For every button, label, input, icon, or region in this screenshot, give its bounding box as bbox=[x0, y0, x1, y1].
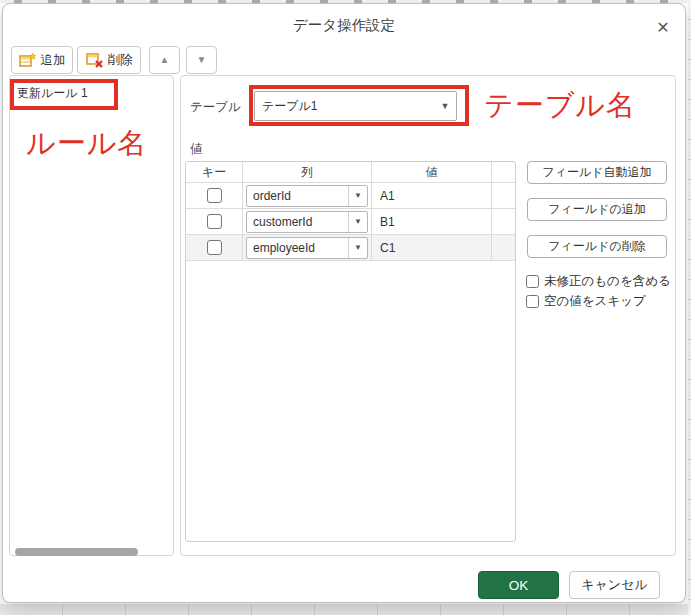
up-arrow-icon: ▲ bbox=[160, 55, 170, 65]
value-cell[interactable]: B1 bbox=[372, 209, 492, 235]
table-label: テーブル bbox=[190, 99, 241, 116]
add-rule-label: 追加 bbox=[41, 52, 66, 69]
excel-background: データ操作設定 ✕ 追加 削除 ▲ ▼ bbox=[0, 0, 691, 615]
move-down-button[interactable]: ▼ bbox=[186, 46, 217, 74]
table-row: employeeId ▼ C1 bbox=[186, 235, 515, 261]
auto-add-field-button[interactable]: フィールド自動追加 bbox=[527, 161, 667, 184]
data-operation-settings-dialog: データ操作設定 ✕ 追加 削除 ▲ ▼ bbox=[2, 3, 686, 603]
add-table-icon bbox=[19, 53, 36, 68]
cancel-button[interactable]: キャンセル bbox=[569, 571, 660, 599]
header-value: 値 bbox=[372, 162, 492, 183]
chevron-down-icon: ▼ bbox=[434, 101, 456, 111]
key-checkbox[interactable] bbox=[207, 214, 222, 229]
delete-rule-button[interactable]: 削除 bbox=[77, 46, 141, 74]
ok-button[interactable]: OK bbox=[478, 571, 559, 599]
delete-table-icon bbox=[86, 53, 103, 68]
move-up-button[interactable]: ▲ bbox=[149, 46, 180, 74]
value-section-label: 値 bbox=[190, 141, 203, 158]
table-name-annotation-text: テーブル名 bbox=[484, 86, 636, 126]
row-filler bbox=[492, 209, 515, 235]
remove-field-button[interactable]: フィールドの削除 bbox=[527, 235, 667, 258]
delete-rule-label: 削除 bbox=[108, 52, 133, 69]
table-select-value: テーブル1 bbox=[255, 98, 434, 115]
value-cell[interactable]: A1 bbox=[372, 183, 492, 209]
row-filler bbox=[492, 183, 515, 209]
chevron-down-icon: ▼ bbox=[348, 238, 367, 258]
rule-list-panel: 更新ルール 1 ルール名 bbox=[9, 75, 174, 556]
close-icon[interactable]: ✕ bbox=[651, 16, 675, 40]
chevron-down-icon: ▼ bbox=[348, 212, 367, 232]
key-checkbox[interactable] bbox=[207, 188, 222, 203]
rule-detail-panel: テーブル テーブル1 ▼ テーブル名 値 キー 列 値 bbox=[180, 75, 676, 556]
header-filler bbox=[492, 162, 515, 183]
column-dropdown-value: customerId bbox=[247, 215, 348, 229]
column-dropdown-value: employeeId bbox=[247, 241, 348, 255]
include-unmodified-label: 未修正のものを含める bbox=[544, 273, 671, 290]
row-filler bbox=[492, 235, 515, 261]
table-select-dropdown[interactable]: テーブル1 ▼ bbox=[254, 91, 457, 121]
skip-empty-option[interactable]: 空の値をスキップ bbox=[526, 293, 646, 310]
header-key: キー bbox=[186, 162, 243, 183]
table-row: customerId ▼ B1 bbox=[186, 209, 515, 235]
header-column: 列 bbox=[243, 162, 372, 183]
background-spreadsheet-strip bbox=[0, 604, 691, 615]
dialog-title: データ操作設定 bbox=[3, 16, 685, 35]
rule-list-item[interactable]: 更新ルール 1 bbox=[17, 85, 88, 102]
include-unmodified-option[interactable]: 未修正のものを含める bbox=[526, 273, 671, 290]
horizontal-scrollbar[interactable] bbox=[15, 548, 138, 556]
column-dropdown-value: orderId bbox=[247, 189, 348, 203]
chevron-down-icon: ▼ bbox=[348, 186, 367, 206]
column-dropdown[interactable]: orderId ▼ bbox=[246, 185, 368, 207]
rule-name-annotation-text: ルール名 bbox=[26, 124, 147, 164]
skip-empty-label: 空の値をスキップ bbox=[544, 293, 646, 310]
column-dropdown[interactable]: customerId ▼ bbox=[246, 211, 368, 233]
table-row: orderId ▼ A1 bbox=[186, 183, 515, 209]
add-rule-button[interactable]: 追加 bbox=[11, 46, 73, 74]
include-unmodified-checkbox[interactable] bbox=[526, 275, 539, 288]
key-checkbox[interactable] bbox=[207, 240, 222, 255]
value-grid: キー 列 値 orderId ▼ A1 bbox=[185, 161, 516, 542]
down-arrow-icon: ▼ bbox=[197, 55, 207, 65]
grid-header-row: キー 列 値 bbox=[186, 162, 515, 183]
value-cell[interactable]: C1 bbox=[372, 235, 492, 261]
column-dropdown[interactable]: employeeId ▼ bbox=[246, 237, 368, 259]
add-field-button[interactable]: フィールドの追加 bbox=[527, 198, 667, 221]
skip-empty-checkbox[interactable] bbox=[526, 295, 539, 308]
